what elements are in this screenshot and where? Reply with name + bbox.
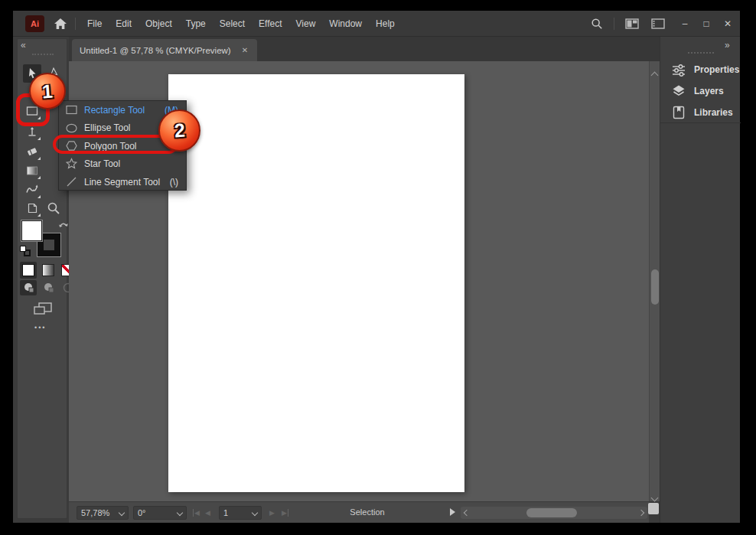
- annotation-step-2-number: 2: [174, 119, 186, 142]
- panel-tab-layers[interactable]: Layers: [660, 81, 741, 101]
- home-icon[interactable]: [52, 15, 69, 32]
- document-tab-title: Untitled-1 @ 57,78 % (CMYK/Preview): [80, 46, 231, 55]
- scroll-up-icon[interactable]: [652, 67, 657, 81]
- artboard[interactable]: [168, 74, 464, 492]
- artboard-tool[interactable]: [23, 199, 41, 217]
- vertical-scrollbar-thumb[interactable]: [651, 269, 659, 305]
- annotation-step-1-badge: 1: [29, 73, 66, 109]
- menu-select[interactable]: Select: [213, 11, 252, 37]
- zoom-tool[interactable]: [44, 199, 63, 217]
- panel-tab-label: Libraries: [694, 107, 733, 118]
- annotation-step-2-badge: 2: [158, 109, 200, 152]
- rotation-field[interactable]: 0°: [133, 506, 187, 520]
- minimize-button[interactable]: –: [674, 11, 696, 37]
- panel-tab-libraries[interactable]: Libraries: [660, 103, 741, 122]
- close-button[interactable]: ✕: [717, 11, 738, 37]
- status-bar: 57,78% 0° ◀ ◀ 1 ▶ ▶ Selection: [69, 501, 649, 523]
- menu-view[interactable]: View: [289, 11, 323, 37]
- menu-item-label: Ellipse Tool: [84, 122, 130, 133]
- last-artboard-icon[interactable]: ▶: [282, 509, 288, 517]
- previous-artboard-icon[interactable]: ◀: [205, 509, 210, 517]
- toolbar-drag-handle[interactable]: [32, 54, 54, 55]
- annotation-step-1-number: 1: [41, 80, 54, 103]
- expand-panels-icon[interactable]: »: [725, 40, 728, 51]
- tool-flyout-indicator: [37, 195, 41, 198]
- star-icon: [64, 157, 79, 171]
- menu-item-label: Rectangle Tool: [84, 105, 145, 116]
- tab-close-icon[interactable]: ✕: [242, 46, 248, 54]
- fill-color-swatch[interactable]: [21, 220, 42, 241]
- horizontal-scrollbar-thumb[interactable]: [526, 508, 577, 517]
- shaper-tool[interactable]: [23, 181, 41, 199]
- edit-toolbar-icon[interactable]: •••: [34, 324, 46, 331]
- menu-object[interactable]: Object: [138, 11, 179, 37]
- gradient-fill-button[interactable]: [42, 264, 54, 276]
- menu-window[interactable]: Window: [322, 11, 369, 37]
- screenshot-stage: Ai File Edit Object Type Select Effect V…: [0, 0, 756, 535]
- color-fill-button[interactable]: [22, 264, 34, 276]
- draw-normal-icon[interactable]: [22, 282, 35, 294]
- menu-item-star-tool[interactable]: Star Tool: [59, 155, 186, 174]
- panel-tab-properties[interactable]: Properties: [660, 60, 741, 80]
- maximize-button[interactable]: □: [696, 11, 717, 37]
- status-display: Selection: [321, 507, 413, 517]
- artboard-number-value: 1: [223, 508, 228, 517]
- artboard-number-field[interactable]: 1: [219, 506, 262, 520]
- menubar: Ai File Edit Object Type Select Effect V…: [13, 11, 740, 37]
- arrange-documents-icon[interactable]: [621, 18, 644, 29]
- rectangle-icon: [64, 103, 79, 117]
- tool-flyout-indicator: [37, 214, 41, 217]
- swap-fill-stroke-icon[interactable]: [58, 220, 68, 229]
- libraries-icon: [671, 105, 686, 120]
- menu-item-line-segment-tool[interactable]: Line Segment Tool (\): [59, 173, 186, 191]
- draw-behind-icon[interactable]: [42, 282, 55, 294]
- document-tab[interactable]: Untitled-1 @ 57,78 % (CMYK/Preview) ✕: [72, 39, 257, 61]
- menu-type[interactable]: Type: [179, 11, 213, 37]
- first-artboard-icon[interactable]: ◀: [193, 509, 200, 517]
- scrollbar-corner: [648, 503, 659, 514]
- collapse-toolbar-icon[interactable]: «: [21, 40, 24, 51]
- menubar-divider2: [614, 18, 614, 30]
- screen-mode-icon[interactable]: [32, 302, 54, 317]
- panel-divider: [660, 122, 741, 123]
- zoom-level-field[interactable]: 57,78%: [77, 506, 129, 520]
- search-icon[interactable]: [586, 18, 608, 30]
- panel-drag-handle[interactable]: [688, 52, 714, 54]
- next-artboard-icon[interactable]: ▶: [269, 509, 275, 517]
- menu-item-label: Line Segment Tool: [84, 177, 160, 188]
- menu-effect[interactable]: Effect: [252, 11, 288, 37]
- menu-help[interactable]: Help: [369, 11, 402, 37]
- layers-icon: [671, 83, 686, 99]
- line-icon: [64, 175, 79, 189]
- panel-tab-label: Layers: [694, 86, 724, 96]
- panel-tab-label: Properties: [694, 64, 739, 75]
- menu-item-label: Star Tool: [84, 158, 120, 169]
- status-popup-icon[interactable]: [450, 508, 455, 516]
- illustrator-logo-icon[interactable]: Ai: [25, 15, 44, 32]
- default-fill-stroke-icon[interactable]: [20, 246, 32, 258]
- rotation-value: 0°: [138, 508, 146, 517]
- menu-file[interactable]: File: [80, 11, 109, 37]
- zoom-level-value: 57,78%: [81, 508, 109, 517]
- panel-dock: » Properties Layers Libraries: [660, 37, 740, 523]
- tool-flyout-indicator: [37, 176, 41, 179]
- scroll-down-icon[interactable]: [652, 490, 657, 504]
- gradient-tool[interactable]: [23, 161, 41, 180]
- menubar-divider: [75, 18, 76, 30]
- workspace-switcher-icon[interactable]: [647, 18, 670, 29]
- tool-flyout-indicator: [37, 157, 41, 160]
- menu-edit[interactable]: Edit: [109, 11, 138, 37]
- properties-icon: [671, 62, 686, 77]
- ellipse-icon: [64, 121, 79, 135]
- eraser-tool[interactable]: [23, 142, 41, 161]
- horizontal-scrollbar[interactable]: [461, 507, 647, 519]
- tool-flyout-indicator: [37, 137, 41, 140]
- menu-item-shortcut: (\): [170, 177, 178, 188]
